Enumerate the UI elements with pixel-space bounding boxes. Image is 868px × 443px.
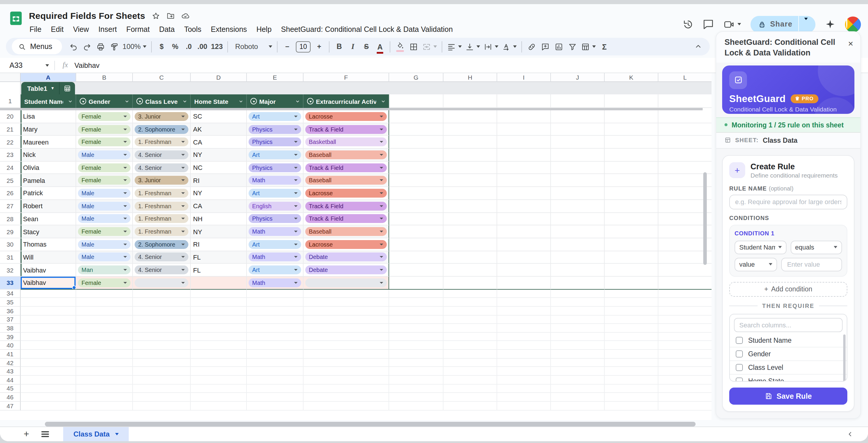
grid-cell[interactable] <box>604 367 658 376</box>
grid-cell[interactable] <box>76 367 133 376</box>
table-column-header-extracurricular-activity[interactable]: Extracurricular Activity <box>304 94 389 108</box>
checkbox[interactable] <box>736 337 743 344</box>
menus-pill[interactable]: Menus <box>12 39 62 54</box>
column-header-C[interactable]: C <box>133 73 191 82</box>
menu-insert[interactable]: Insert <box>94 24 122 35</box>
dropdown-chip-female[interactable]: Female <box>78 137 130 146</box>
grid-cell[interactable] <box>76 376 133 384</box>
name-box[interactable]: A33 <box>5 61 54 69</box>
column-header-A[interactable]: A <box>21 73 76 82</box>
increase-decimals-button[interactable]: .00 <box>195 39 209 54</box>
row-gutter-40[interactable]: 40 <box>0 341 21 350</box>
grid-cell[interactable] <box>497 225 551 238</box>
column-header-L[interactable]: L <box>658 73 712 82</box>
grid-cell-D33[interactable] <box>191 277 247 289</box>
grid-cell-A31[interactable]: Will <box>21 251 76 264</box>
chevron-down-icon[interactable] <box>182 99 187 104</box>
column-header-H[interactable]: H <box>443 73 497 82</box>
grid-cell[interactable] <box>304 289 389 298</box>
grid-cell[interactable] <box>304 307 389 315</box>
grid-cell[interactable] <box>658 123 712 136</box>
dropdown-chip-empty[interactable] <box>305 278 387 287</box>
grid-cell-D20[interactable]: SC <box>191 110 247 123</box>
add-condition-button[interactable]: +Add condition <box>729 282 847 297</box>
grid-cell-B27[interactable]: Male <box>76 200 133 213</box>
menu-help[interactable]: Help <box>252 24 276 35</box>
grid-cell-B22[interactable]: Female <box>76 136 133 149</box>
grid-cell[interactable] <box>191 402 247 410</box>
grid-cell[interactable] <box>551 225 604 238</box>
grid-cell[interactable] <box>443 341 497 350</box>
require-column-class-level[interactable]: Class Level <box>730 360 847 374</box>
grid-cell[interactable] <box>497 289 551 298</box>
grid-cell[interactable] <box>443 225 497 238</box>
grid-cell[interactable] <box>443 402 497 410</box>
grid-cell[interactable] <box>658 149 712 161</box>
grid-cell[interactable] <box>304 350 389 359</box>
grid-cell[interactable] <box>443 289 497 298</box>
share-dropdown[interactable] <box>799 20 813 29</box>
grid-cell[interactable] <box>389 149 443 161</box>
insert-comment-icon[interactable] <box>538 39 552 54</box>
grid-cell-E24[interactable]: Physics <box>247 162 304 174</box>
grid-cell[interactable] <box>443 315 497 324</box>
grid-cell[interactable] <box>551 136 604 149</box>
grid-cell-C24[interactable]: 4. Senior <box>133 162 191 174</box>
save-rule-button[interactable]: Save Rule <box>729 387 847 405</box>
grid-cell[interactable] <box>76 333 133 341</box>
grid-cell[interactable] <box>551 324 604 332</box>
grid-cell-D32[interactable]: FL <box>191 264 247 277</box>
grid-cell-D26[interactable]: NY <box>191 187 247 200</box>
grid-cell[interactable] <box>658 384 712 393</box>
grid-cell-B29[interactable]: Female <box>76 225 133 238</box>
grid-cell[interactable] <box>443 110 497 123</box>
redo-icon[interactable] <box>80 39 94 54</box>
row-gutter-46[interactable]: 46 <box>0 393 21 402</box>
checkbox[interactable] <box>736 350 743 357</box>
grid-cell-B20[interactable]: Female <box>76 110 133 123</box>
grid-cell[interactable] <box>497 384 551 393</box>
grid-cell[interactable] <box>604 393 658 402</box>
row-gutter-28[interactable]: 28 <box>0 213 21 225</box>
grid-cell-E28[interactable]: Physics <box>247 213 304 225</box>
dropdown-chip-physics[interactable]: Physics <box>249 214 301 223</box>
grid-cell[interactable] <box>658 393 712 402</box>
grid-cell[interactable] <box>604 225 658 238</box>
chevron-down-icon[interactable] <box>68 99 73 104</box>
grid-cell[interactable] <box>551 149 604 161</box>
menu-extensions[interactable]: Extensions <box>206 24 252 35</box>
grid-cell[interactable] <box>389 110 443 123</box>
grid-cell[interactable] <box>497 162 551 174</box>
grid-cell[interactable] <box>21 384 76 393</box>
grid-cell[interactable] <box>658 376 712 384</box>
grid-cell[interactable] <box>658 359 712 367</box>
grid-cell[interactable] <box>604 333 658 341</box>
grid-cell[interactable] <box>497 350 551 359</box>
dropdown-chip-art[interactable]: Art <box>249 150 301 159</box>
grid-cell-A28[interactable]: Sean <box>21 213 76 225</box>
version-history-icon[interactable] <box>682 19 693 30</box>
grid-cell[interactable] <box>76 324 133 332</box>
grid-cell[interactable] <box>604 359 658 367</box>
grid-cell[interactable] <box>247 315 304 324</box>
grid-cell-D22[interactable]: CA <box>191 136 247 149</box>
grid-cell[interactable] <box>304 315 389 324</box>
dropdown-chip-baseball[interactable]: Baseball <box>305 176 387 185</box>
grid-cell[interactable] <box>304 298 389 307</box>
grid-cell-D27[interactable]: CA <box>191 200 247 213</box>
grid-cell-A25[interactable]: Pamela <box>21 174 76 187</box>
grid-cell[interactable] <box>497 136 551 149</box>
add-sheet-icon[interactable]: + <box>24 430 29 439</box>
grid-cell-A27[interactable]: Robert <box>21 200 76 213</box>
grid-cell-F23[interactable]: Baseball <box>304 149 389 161</box>
grid-cell-F29[interactable]: Baseball <box>304 225 389 238</box>
dropdown-chip-1-freshman[interactable]: 1. Freshman <box>135 137 188 146</box>
grid-cell[interactable] <box>497 94 551 108</box>
grid-cell[interactable] <box>389 123 443 136</box>
grid-cell[interactable] <box>551 187 604 200</box>
row-gutter-47[interactable]: 47 <box>0 402 21 410</box>
dropdown-chip-math[interactable]: Math <box>249 253 301 262</box>
grid-cell[interactable] <box>389 277 443 289</box>
grid-cell[interactable] <box>247 384 304 393</box>
decrease-font-size-button[interactable]: − <box>280 39 294 54</box>
